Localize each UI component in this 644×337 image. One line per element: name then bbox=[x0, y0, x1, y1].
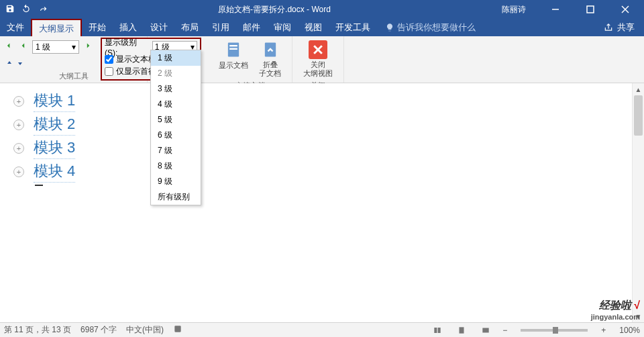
dropdown-item[interactable]: 7 级 bbox=[151, 143, 201, 158]
svg-rect-11 bbox=[174, 326, 180, 332]
svg-rect-13 bbox=[483, 328, 489, 332]
maximize-button[interactable] bbox=[577, 0, 604, 19]
expand-bullet-icon[interactable]: + bbox=[13, 96, 24, 107]
tab-outline[interactable]: 大纲显示 bbox=[31, 19, 82, 36]
collapse-icon[interactable] bbox=[38, 58, 46, 70]
expand-icon[interactable] bbox=[27, 58, 35, 70]
vertical-scrollbar[interactable]: ▲ ▼ bbox=[632, 83, 644, 322]
redo-icon[interactable] bbox=[38, 4, 47, 15]
scroll-up-icon[interactable]: ▲ bbox=[633, 83, 644, 95]
expand-bullet-icon[interactable]: + bbox=[13, 166, 24, 177]
outline-item[interactable]: + 模块 1 bbox=[13, 91, 631, 112]
scroll-thumb[interactable] bbox=[634, 95, 643, 136]
undo-icon[interactable] bbox=[21, 4, 31, 15]
page-status[interactable]: 第 11 页，共 13 页 bbox=[4, 324, 71, 336]
watermark: 经验啦 √ jingyanla.com bbox=[591, 299, 640, 321]
text-cursor bbox=[35, 185, 43, 186]
expand-bullet-icon[interactable]: + bbox=[13, 143, 24, 154]
tab-review[interactable]: 审阅 bbox=[267, 19, 298, 36]
move-down-icon[interactable] bbox=[16, 58, 24, 70]
status-bar: 第 11 页，共 13 页 6987 个字 中文(中国) − + 100% bbox=[0, 322, 644, 337]
dropdown-item[interactable]: 3 级 bbox=[151, 81, 201, 97]
dropdown-item[interactable]: 5 级 bbox=[151, 112, 201, 128]
zoom-slider[interactable] bbox=[521, 329, 588, 332]
zoom-value[interactable]: 100% bbox=[619, 326, 640, 335]
svg-rect-7 bbox=[229, 48, 237, 50]
minimize-button[interactable] bbox=[542, 0, 569, 19]
language-status[interactable]: 中文(中国) bbox=[126, 324, 164, 336]
tab-file[interactable]: 文件 bbox=[0, 19, 31, 36]
tab-mail[interactable]: 邮件 bbox=[236, 19, 267, 36]
svg-rect-6 bbox=[229, 45, 237, 46]
chevron-down-icon: ▾ bbox=[72, 42, 76, 52]
show-document-button[interactable]: 显示文档 bbox=[213, 39, 254, 79]
zoom-in-icon[interactable]: + bbox=[601, 326, 606, 335]
tell-me[interactable]: 告诉我你想要做什么 bbox=[377, 21, 476, 34]
ribbon-tabs: 文件 大纲显示 开始 插入 设计 布局 引用 邮件 审阅 视图 开发工具 告诉我… bbox=[0, 19, 644, 36]
heading-text[interactable]: 模块 1 bbox=[34, 91, 75, 112]
tab-layout[interactable]: 布局 bbox=[174, 19, 205, 36]
read-mode-icon[interactable] bbox=[430, 324, 445, 336]
close-group: 关闭大纲视图 关闭 bbox=[292, 36, 344, 83]
tab-view[interactable]: 视图 bbox=[298, 19, 329, 36]
promote-icon[interactable] bbox=[19, 41, 28, 53]
outline-item[interactable]: + 模块 2 bbox=[13, 114, 631, 136]
outline-item[interactable]: + 模块 4 bbox=[13, 161, 631, 183]
save-icon[interactable] bbox=[5, 4, 15, 15]
window-title: 原始文档-需要拆分.docx - Word bbox=[52, 4, 496, 15]
dropdown-item[interactable]: 所有级别 bbox=[151, 189, 201, 205]
expand-bullet-icon[interactable]: + bbox=[13, 119, 24, 130]
tab-dev[interactable]: 开发工具 bbox=[329, 19, 377, 36]
svg-rect-2 bbox=[587, 6, 594, 13]
dropdown-item[interactable]: 6 级 bbox=[151, 128, 201, 143]
close-window-button[interactable] bbox=[612, 0, 639, 19]
outline-level-select[interactable]: 1 级 ▾ bbox=[32, 40, 79, 54]
print-layout-icon[interactable] bbox=[454, 324, 469, 336]
promote-to-heading1-icon[interactable] bbox=[5, 41, 15, 53]
dropdown-item[interactable]: 2 级 bbox=[151, 66, 201, 81]
user-name[interactable]: 陈丽诗 bbox=[502, 4, 526, 15]
dropdown-item[interactable]: 9 级 bbox=[151, 174, 201, 189]
demote-icon[interactable] bbox=[83, 41, 93, 53]
close-outline-button[interactable]: 关闭大纲视图 bbox=[298, 39, 338, 79]
tab-references[interactable]: 引用 bbox=[205, 19, 236, 36]
macro-icon[interactable] bbox=[173, 324, 182, 336]
zoom-out-icon[interactable]: − bbox=[502, 326, 507, 335]
tab-home[interactable]: 开始 bbox=[82, 19, 113, 36]
heading-text[interactable]: 模块 3 bbox=[34, 138, 75, 159]
word-count[interactable]: 6987 个字 bbox=[80, 324, 117, 336]
heading-text[interactable]: 模块 4 bbox=[34, 161, 75, 183]
show-level-dropdown[interactable]: 1 级 2 级 3 级 4 级 5 级 6 级 7 级 8 级 9 级 所有级别 bbox=[150, 50, 201, 205]
tab-insert[interactable]: 插入 bbox=[113, 19, 144, 36]
dropdown-item[interactable]: 4 级 bbox=[151, 97, 201, 112]
first-line-only-checkbox[interactable] bbox=[105, 67, 113, 76]
heading-text[interactable]: 模块 2 bbox=[34, 114, 75, 136]
show-text-format-checkbox[interactable] bbox=[105, 55, 113, 64]
dropdown-item[interactable]: 1 级 bbox=[151, 50, 201, 66]
move-up-icon[interactable] bbox=[5, 58, 13, 70]
svg-rect-12 bbox=[460, 327, 464, 333]
tab-design[interactable]: 设计 bbox=[144, 19, 174, 36]
ribbon: 1 级 ▾ 大纲工具 显示级别(S): 1 级 ▾ 显示文本格式 bbox=[0, 36, 644, 83]
web-layout-icon[interactable] bbox=[478, 324, 493, 336]
title-bar: 原始文档-需要拆分.docx - Word 陈丽诗 bbox=[0, 0, 644, 19]
collapse-subdoc-button[interactable]: 折叠子文档 bbox=[254, 39, 286, 79]
document-area[interactable]: + 模块 1 + 模块 2 + 模块 3 + 模块 4 ▲ ▼ bbox=[0, 83, 644, 322]
master-doc-group: 显示文档 折叠子文档 主控文档 bbox=[208, 36, 292, 83]
outline-item[interactable]: + 模块 3 bbox=[13, 138, 631, 159]
dropdown-item[interactable]: 8 级 bbox=[151, 158, 201, 174]
share-button[interactable]: 共享 bbox=[594, 21, 644, 34]
